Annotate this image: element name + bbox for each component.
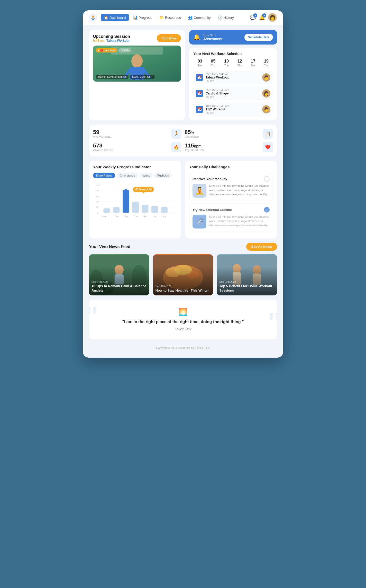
- news-content-3: Sep 07th 2023 Top 5 Benefits for Home Wo…: [219, 280, 274, 293]
- assessment-text: Your Next Assesment: [203, 34, 241, 41]
- tab-chairstands[interactable]: Chairstands: [117, 173, 138, 178]
- stat-workouts-label: Vivo Workouts: [93, 135, 169, 138]
- chart-area: 80 Great Job! 100 80 60 40 20 0: [93, 182, 177, 223]
- middle-row: Your Weekly Progress Indicator Knee Rais…: [89, 161, 277, 239]
- nav-resources-label: Resources: [165, 16, 181, 20]
- dashboard-icon: 🏠: [104, 15, 108, 20]
- quote-section: " " 🌅 "I am in the right place at the ri…: [89, 300, 277, 339]
- nav-resources[interactable]: 📁 Resources: [156, 14, 184, 21]
- svg-text:0: 0: [97, 211, 98, 214]
- session-workout: Tabata Workout: [106, 39, 130, 42]
- date-num-2: 05: [211, 59, 216, 64]
- bell-badge: 8: [262, 13, 266, 17]
- session-item-3: 📅 10th Oct • 9:45 am TBC Workout 45 min …: [193, 102, 273, 116]
- svg-text:80: 80: [96, 189, 99, 192]
- session-item-2: 📅 05th Oct • 9:45 am Cardio & Shape 45 m…: [193, 86, 273, 100]
- nav-dashboard[interactable]: 🏠 Dashboard: [101, 14, 129, 21]
- date-day-1: Tue: [198, 64, 202, 67]
- news-feed-title: Your Vivo News Feed: [89, 244, 130, 249]
- date-num-6: 19: [264, 59, 269, 64]
- session-name-3: TBC Workout: [206, 108, 260, 111]
- date-item-1: 03 Tue: [198, 59, 202, 67]
- date-day-4: Thu: [237, 64, 242, 67]
- see-all-button[interactable]: See All News: [246, 243, 277, 251]
- svg-rect-27: [142, 205, 149, 213]
- stat-attendance-value: 85%: [185, 129, 260, 135]
- date-item-4: 12 Thu: [237, 59, 242, 67]
- user-avatar[interactable]: 👩: [268, 13, 277, 22]
- heart-unit: bpm: [194, 144, 202, 148]
- challenges-card: Your Daily Challenges Improve Your Mobil…: [185, 161, 277, 239]
- svg-rect-24: [123, 190, 129, 213]
- session-datetime-3: 10th Oct • 9:45 am: [206, 104, 260, 108]
- nav-history[interactable]: 🕐 History: [215, 14, 237, 21]
- svg-text:Tue: Tue: [114, 215, 118, 218]
- trainer-label: Trainer: Kevin Snodgrass: [96, 75, 129, 79]
- nav-progress[interactable]: 📊 Progress: [130, 14, 155, 21]
- chat-button[interactable]: 💬 6: [250, 14, 256, 21]
- schedule-button[interactable]: Schedule Here: [244, 34, 273, 41]
- svg-rect-29: [161, 207, 168, 213]
- svg-text:Wed: Wed: [123, 215, 129, 218]
- live-label: 🔴 Live Now: [100, 49, 115, 52]
- session-datetime-1: 03rd Oct • 9:45 am: [206, 73, 260, 76]
- app-container: 🏠 Dashboard 📊 Progress 📁 Resources 👥 Com…: [83, 10, 283, 358]
- session-avatar-2: 👩: [262, 89, 270, 98]
- session-datetime-2: 05th Oct • 9:45 am: [206, 89, 260, 92]
- session-duration-1: 45 min: [206, 79, 260, 82]
- quote-author: Louise Hay: [95, 327, 271, 331]
- attendance-icon: 📋: [263, 129, 273, 139]
- calories-icon: 🔥: [171, 142, 181, 152]
- session-title: Upcoming Session: [93, 34, 130, 39]
- nav-community-label: Community: [194, 16, 211, 20]
- assessment-title: Assesment: [203, 37, 241, 41]
- heart-num: 115: [185, 142, 194, 149]
- date-item-2: 05 Thu: [211, 59, 216, 67]
- session-name-1: Tabata Workout: [206, 76, 260, 79]
- tab-pushups[interactable]: PushUps: [154, 173, 172, 178]
- date-day-2: Thu: [211, 64, 215, 67]
- session-info-3: 10th Oct • 9:45 am TBC Workout 45 min: [206, 104, 260, 114]
- nav-history-label: History: [224, 16, 234, 20]
- session-header: Upcoming Session 9:45 am Tabata Workout …: [93, 34, 181, 42]
- svg-text:100: 100: [96, 184, 100, 187]
- stat-heart-value: 115bpm: [185, 143, 260, 148]
- schedule-title: Your Next Workout Schedule: [193, 52, 273, 56]
- progress-title: Your Weekly Progress Indicator: [93, 165, 177, 169]
- bell-assessment-icon: 🔔: [193, 34, 200, 41]
- video-thumbnail: ● 🔴 Live Now Details Trainer: Kevin Snod…: [93, 46, 181, 82]
- challenge-check-1[interactable]: [264, 176, 270, 182]
- svg-text:60: 60: [96, 195, 99, 198]
- svg-text:Mon: Mon: [102, 215, 107, 218]
- news-card-3[interactable]: Sep 07th 2023 Top 5 Benefits for Home Wo…: [217, 254, 277, 295]
- nav-actions: 💬 6 🔔 8 👩: [250, 13, 277, 22]
- news-card-1[interactable]: Sep 24th 2023 10 Tips to Remain Calm & B…: [89, 254, 149, 295]
- tab-waist[interactable]: Waist: [140, 173, 153, 178]
- tab-knee-raises[interactable]: Knee Raises: [93, 173, 115, 178]
- challenge-title-2: Try New Oriental Cuisine: [193, 208, 232, 212]
- challenge-item-2: Try New Oriental Cuisine ✓ 🍜 ✓ Spend 15 …: [189, 204, 273, 232]
- news-card-2[interactable]: Sep 16th 2023 How to Stay Healthier This…: [153, 254, 213, 295]
- svg-text:40: 40: [96, 200, 99, 203]
- history-icon: 🕐: [218, 15, 222, 20]
- nav-community[interactable]: 👥 Community: [185, 14, 214, 21]
- session-avatar-3: 👨: [262, 105, 270, 113]
- stats-row: 59 Vivo Workouts 🏃 85% Attendance 📋: [89, 125, 277, 156]
- news-headline-3: Top 5 Benefits for Home Workout Sessions: [219, 284, 274, 293]
- session-name-2: Cardio & Shape: [206, 92, 260, 95]
- footer-text: Copyrights 2023. Designed by KATGOLEK: [156, 346, 210, 349]
- date-num-3: 10: [224, 59, 229, 64]
- challenge-header-1: Improve Your Mobility: [193, 176, 270, 182]
- bell-button[interactable]: 🔔 8: [259, 14, 265, 21]
- schedule-card: Your Next Workout Schedule 03 Tue 05 Thu…: [189, 48, 277, 120]
- session-duration-3: 45 min: [206, 111, 260, 114]
- join-button[interactable]: Join Now: [157, 34, 181, 42]
- stat-attendance-label: Attendance: [185, 135, 260, 138]
- news-content-2: Sep 16th 2023 How to Stay Healthier This…: [155, 285, 211, 293]
- news-section: Your Vivo News Feed See All News: [89, 243, 277, 295]
- details-tag[interactable]: Details: [119, 48, 131, 52]
- session-info-2: 05th Oct • 9:45 am Cardio & Shape 45 min: [206, 89, 260, 98]
- logo[interactable]: [89, 13, 97, 22]
- challenge-check-2[interactable]: ✓: [264, 207, 270, 213]
- session-list: 📅 03rd Oct • 9:45 am Tabata Workout 45 m…: [193, 71, 273, 116]
